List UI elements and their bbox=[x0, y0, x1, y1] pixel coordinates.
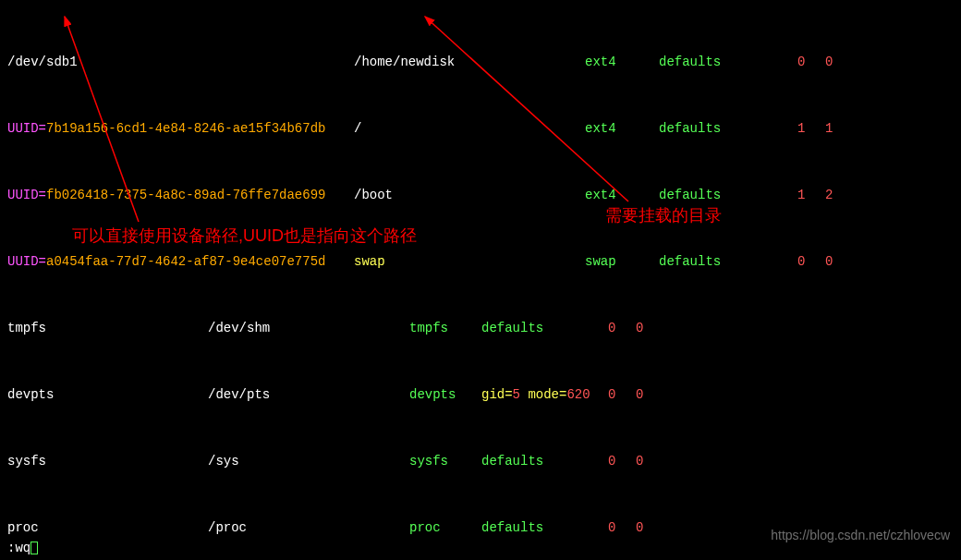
mount-point: /dev/pts bbox=[208, 386, 409, 403]
terminal-output[interactable]: /dev/sdb1 /home/newdisk ext4 defaults 0 … bbox=[0, 0, 961, 556]
mount-point: /sys bbox=[208, 453, 409, 469]
fs-type: swap bbox=[585, 253, 659, 270]
fs-type: sysfs bbox=[409, 453, 481, 469]
fs-type: ext4 bbox=[585, 54, 659, 70]
fs-opts: defaults bbox=[659, 54, 797, 70]
fs-type: tmpfs bbox=[409, 320, 481, 336]
annotation-text: 可以直接使用设备路径,UUID也是指向这个路径 bbox=[72, 227, 417, 244]
opt-gid: gid= bbox=[481, 387, 513, 402]
uuid-value: 7b19a156-6cd1-4e84-8246-ae15f34b67db bbox=[46, 121, 325, 136]
fs-opts: defaults bbox=[659, 187, 797, 203]
fs-opts: defaults bbox=[481, 453, 608, 469]
fs-name: proc bbox=[7, 519, 208, 536]
fs-opts: defaults bbox=[481, 519, 608, 536]
fs-pass: 0 bbox=[825, 253, 844, 270]
cursor-icon bbox=[30, 542, 38, 554]
mount-point: /boot bbox=[354, 187, 585, 203]
fs-pass: 0 bbox=[825, 54, 844, 70]
fs-type: ext4 bbox=[585, 120, 659, 137]
fs-type: proc bbox=[409, 519, 481, 536]
uuid-label: UUID= bbox=[7, 121, 46, 136]
fs-type: ext4 bbox=[585, 187, 659, 203]
fs-dump: 0 bbox=[608, 320, 636, 336]
mount-point: / bbox=[354, 120, 585, 137]
device-path: /dev/sdb1 bbox=[7, 54, 354, 70]
fs-dump: 1 bbox=[797, 187, 825, 203]
fs-dump: 1 bbox=[797, 120, 825, 137]
annotation-text: 需要挂载的目录 bbox=[605, 207, 722, 224]
fstab-row: /dev/sdb1 /home/newdisk ext4 defaults 0 … bbox=[7, 54, 954, 70]
fs-dump: 0 bbox=[608, 453, 636, 469]
uuid-value: fb026418-7375-4a8c-89ad-76ffe7dae699 bbox=[46, 188, 325, 202]
fs-type: devpts bbox=[409, 386, 481, 403]
fstab-row: UUID=7b19a156-6cd1-4e84-8246-ae15f34b67d… bbox=[7, 120, 954, 137]
fstab-row: UUID=fb026418-7375-4a8c-89ad-76ffe7dae69… bbox=[7, 187, 954, 203]
fs-pass: 1 bbox=[825, 120, 844, 137]
vim-tilde-lines: ~ ~ ~ ~ ~ ~ ~ ~ ~ ~ ~ ~ ~ ~ ~ ~ ~ ~ ~ ~ … bbox=[0, 556, 961, 560]
fs-dump: 0 bbox=[797, 54, 825, 70]
vim-command-line[interactable]: :wq bbox=[7, 540, 38, 556]
opt-mode: mode= bbox=[520, 387, 566, 402]
fs-pass: 0 bbox=[636, 519, 654, 536]
fs-name: sysfs bbox=[7, 453, 208, 469]
fs-opts: defaults bbox=[659, 253, 797, 270]
mount-point: swap bbox=[354, 253, 585, 270]
fs-opts: defaults bbox=[659, 120, 797, 137]
mount-point: /proc bbox=[208, 519, 409, 536]
fstab-row: sysfs /sys sysfs defaults 0 0 bbox=[7, 453, 954, 469]
mount-point: /home/newdisk bbox=[354, 54, 585, 70]
fs-dump: 0 bbox=[608, 519, 636, 536]
fs-name: devpts bbox=[7, 386, 208, 403]
fs-dump: 0 bbox=[797, 253, 825, 270]
fstab-row: tmpfs /dev/shm tmpfs defaults 0 0 bbox=[7, 320, 954, 336]
fs-name: tmpfs bbox=[7, 320, 208, 336]
fs-pass: 0 bbox=[636, 453, 654, 469]
fstab-row: UUID=a0454faa-77d7-4642-af87-9e4ce07e775… bbox=[7, 253, 954, 270]
mount-point: /dev/shm bbox=[208, 320, 409, 336]
fs-opts: defaults bbox=[481, 320, 608, 336]
vim-command: :wq bbox=[7, 540, 30, 556]
uuid-value: a0454faa-77d7-4642-af87-9e4ce07e775d bbox=[46, 254, 325, 269]
uuid-label: UUID= bbox=[7, 254, 46, 269]
fs-dump: 0 bbox=[608, 386, 636, 403]
fstab-row: devpts /dev/pts devpts gid=5 mode=620 0 … bbox=[7, 386, 954, 403]
fs-pass: 0 bbox=[636, 386, 654, 403]
watermark-text: https://blog.csdn.net/czhlovecw bbox=[771, 527, 950, 543]
fs-pass: 0 bbox=[636, 320, 654, 336]
uuid-label: UUID= bbox=[7, 188, 46, 202]
fs-pass: 2 bbox=[825, 187, 844, 203]
